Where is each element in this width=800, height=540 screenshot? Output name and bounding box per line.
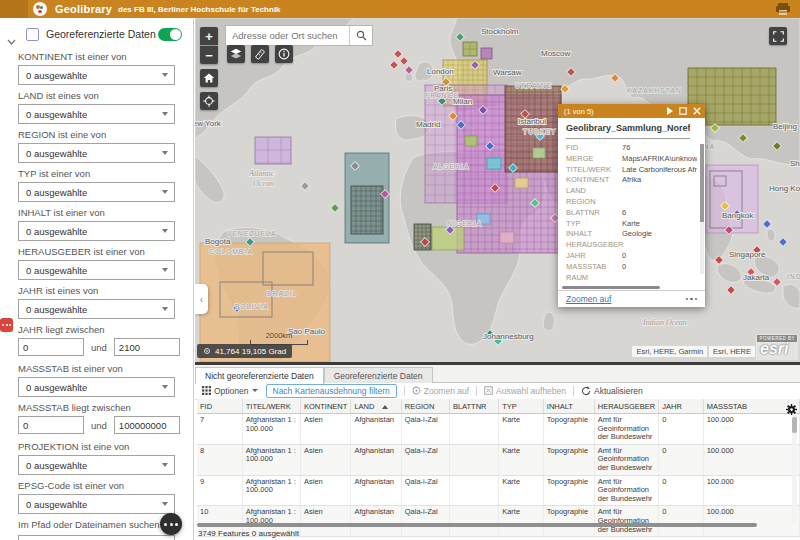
filter-select-value: 0 ausgewählte [26, 187, 87, 198]
table-cell: 0 [659, 444, 703, 475]
table-vscrollbar[interactable] [792, 415, 797, 523]
map-label-city: Singapore [729, 250, 766, 259]
layers-icon[interactable] [227, 45, 245, 63]
table-cell: Asien [301, 475, 351, 506]
refresh-icon [581, 386, 591, 396]
filter-select[interactable]: 0 ausgewählte [18, 494, 175, 514]
zoom-out-button[interactable]: − [200, 46, 218, 64]
column-header-blattnr[interactable]: BLATTNR [449, 399, 498, 414]
column-header-region[interactable]: REGION [401, 399, 449, 414]
filter-select[interactable]: 0 ausgewählte [18, 182, 175, 202]
popup-zoom-link[interactable]: Zoomen auf [566, 294, 684, 304]
table-row[interactable]: 7Afghanistan 1 : 100.000AsienAfghanistan… [197, 414, 800, 445]
range-from-input[interactable] [18, 416, 84, 434]
filter-select[interactable]: 0 ausgewählte [18, 221, 175, 241]
popup-close-icon[interactable] [691, 105, 703, 117]
filter-label: JAHR ist eines von [18, 286, 193, 296]
column-header-herausgeber[interactable]: HERAUSGEBER [594, 399, 659, 414]
filter-select[interactable]: 0 ausgewählte [18, 455, 175, 475]
table-cell: Amt für Geoinformation der Bundeswehr [594, 475, 659, 506]
column-header-fid[interactable]: FID [197, 399, 242, 414]
layer-toggle[interactable] [158, 28, 182, 41]
app-title: Geolibrary [55, 3, 112, 15]
app-root: Geolibrary des FB III, Berliner Hochschu… [0, 0, 800, 540]
range-to-input[interactable] [114, 338, 180, 356]
column-header-land[interactable]: LAND [351, 399, 401, 414]
table-cell: Amt für Geoinformation der Bundeswehr [594, 414, 659, 445]
popup-menu-icon[interactable] [684, 298, 698, 301]
popup-dock-icon[interactable] [677, 105, 689, 117]
filter-select[interactable]: 0 ausgewählte [18, 299, 175, 319]
table-cell: Karte [499, 444, 544, 475]
column-header-kontinent[interactable]: KONTINENT [301, 399, 351, 414]
popup-field-value: Late Carboniferous Afrika Pal [622, 165, 697, 176]
map-footprint[interactable] [487, 158, 501, 169]
filter-group: TYP ist einer von0 ausgewählte [18, 169, 193, 202]
popup-next-icon[interactable] [663, 105, 675, 117]
table-cell: Asien [301, 506, 351, 537]
map-footprint[interactable] [465, 136, 477, 146]
filter-select[interactable]: 0 ausgewählte [18, 260, 175, 280]
home-button[interactable] [200, 69, 218, 87]
table-row[interactable]: 9Afghanistan 1 : 100.000AsienAfghanistan… [197, 475, 800, 506]
popup-hscrollbar[interactable] [562, 286, 660, 289]
table-cell: Afghanistan [351, 414, 401, 445]
filter-select[interactable]: 0 ausgewählte [18, 377, 175, 397]
search-input[interactable] [226, 26, 349, 45]
zoom-in-button[interactable]: + [200, 27, 218, 45]
tab-georeferenced[interactable]: Georeferenzierte Daten [324, 367, 433, 383]
column-header-jahr[interactable]: JAHR [659, 399, 703, 414]
refresh-button[interactable]: Aktualisieren [581, 386, 643, 396]
table-row[interactable]: 8Afghanistan 1 : 100.000AsienAfghanistan… [197, 444, 800, 475]
popup-field-row: MERGEMaps\AFRIKA\unknown_scale [566, 154, 697, 165]
map-footprint[interactable] [706, 165, 758, 233]
info-icon[interactable] [275, 45, 293, 63]
clear-selection-button[interactable]: Auswahl aufheben [484, 386, 566, 396]
options-menu[interactable]: Optionen [202, 386, 258, 396]
filter-select[interactable]: 0 ausgewählte [18, 143, 175, 163]
sidebar-collapse-handle[interactable]: ‹ [195, 284, 208, 314]
layer-checkbox[interactable] [26, 28, 39, 41]
map-footprint[interactable] [481, 48, 492, 59]
column-header-typ[interactable]: TYP [499, 399, 544, 414]
filter-label: PROJEKTION ist eine von [18, 442, 193, 452]
world-map[interactable]: StockholmMoscowLondonWarsawParisMilanMad… [195, 18, 800, 362]
table-hscrollbar[interactable] [197, 523, 757, 527]
popup-vscrollbar[interactable] [700, 144, 704, 274]
map-footprint[interactable] [515, 178, 528, 188]
search-icon[interactable] [349, 26, 372, 45]
map-footprint[interactable] [255, 137, 291, 164]
range-handle-icon[interactable] [0, 318, 13, 332]
popup-field-label: MERGE [566, 154, 622, 165]
measure-icon[interactable] [251, 45, 269, 63]
chevron-down-icon [162, 385, 168, 389]
filter-select[interactable]: 0 ausgewählte [18, 104, 175, 124]
popup-field-row: LAND [566, 186, 697, 197]
print-icon[interactable] [774, 2, 792, 16]
filter-label: HERAUSGEBER ist einer von [18, 247, 193, 257]
zoom-to-button[interactable]: Zoomen auf [412, 386, 469, 396]
table-cell: Karte [499, 506, 544, 537]
column-header-titelwerk[interactable]: TITEL/WERK [242, 399, 300, 414]
map-footprint[interactable] [533, 148, 545, 158]
path-search-input[interactable] [18, 535, 175, 540]
locate-button[interactable] [200, 92, 218, 110]
tab-non-georeferenced[interactable]: Nicht georeferenzierte Daten [195, 367, 324, 384]
header-left-block [0, 0, 28, 18]
range-to-input[interactable] [114, 416, 180, 434]
filter-group: JAHR ist eines von0 ausgewählte [18, 286, 193, 319]
filter-select[interactable]: 0 ausgewählte [18, 65, 175, 85]
column-header-inhalt[interactable]: INHALT [543, 399, 594, 414]
more-options-fab[interactable] [160, 513, 182, 535]
map-label-city: Moscow [541, 49, 571, 58]
fullscreen-icon[interactable] [769, 27, 787, 45]
map-label-ocean: Atlantic [248, 169, 275, 178]
popup-field-row: KONTINENTAfrika [566, 175, 697, 186]
map-canvas[interactable]: StockholmMoscowLondonWarsawParisMilanMad… [195, 18, 800, 362]
chevron-down-icon [162, 112, 168, 116]
range-from-input[interactable] [18, 338, 84, 356]
filter-by-extent-button[interactable]: Nach Kartenausdehnung filtern [266, 384, 397, 398]
map-footprint[interactable] [500, 232, 514, 243]
filter-label: MASSSTAB ist einer von [18, 364, 193, 374]
filter-select-value: 0 ausgewählte [26, 226, 87, 237]
